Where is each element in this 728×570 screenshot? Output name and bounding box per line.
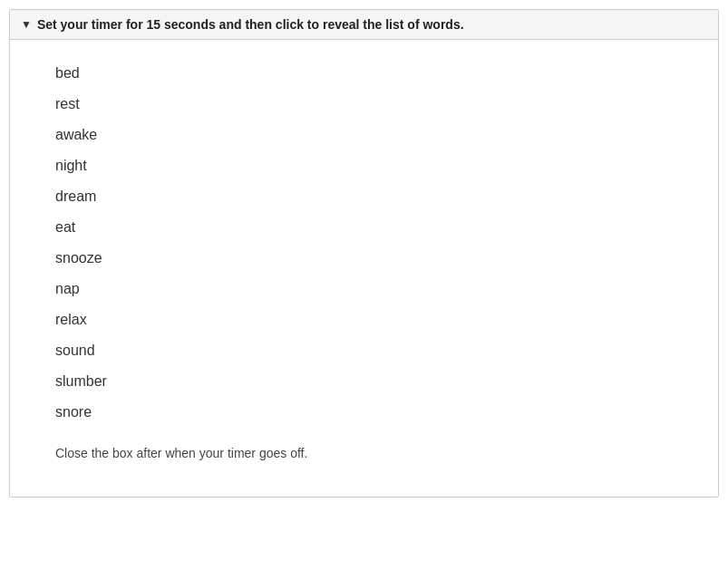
- main-container: ▼ Set your timer for 15 seconds and then…: [9, 9, 719, 498]
- collapse-icon: ▼: [21, 18, 32, 31]
- list-item: night: [55, 150, 673, 181]
- word-list: bedrestawakenightdreameatsnoozenaprelaxs…: [55, 58, 673, 428]
- list-item: eat: [55, 212, 673, 243]
- list-item: snooze: [55, 243, 673, 274]
- list-item: snore: [55, 397, 673, 428]
- list-item: awake: [55, 120, 673, 150]
- list-item: relax: [55, 304, 673, 335]
- list-item: dream: [55, 181, 673, 212]
- header-bar[interactable]: ▼ Set your timer for 15 seconds and then…: [10, 10, 718, 40]
- list-item: bed: [55, 58, 673, 89]
- list-item: slumber: [55, 366, 673, 397]
- header-instruction: Set your timer for 15 seconds and then c…: [37, 17, 464, 32]
- content-area: bedrestawakenightdreameatsnoozenaprelaxs…: [10, 40, 718, 497]
- footer-text: Close the box after when your timer goes…: [55, 446, 673, 478]
- list-item: nap: [55, 274, 673, 304]
- list-item: sound: [55, 335, 673, 366]
- list-item: rest: [55, 89, 673, 120]
